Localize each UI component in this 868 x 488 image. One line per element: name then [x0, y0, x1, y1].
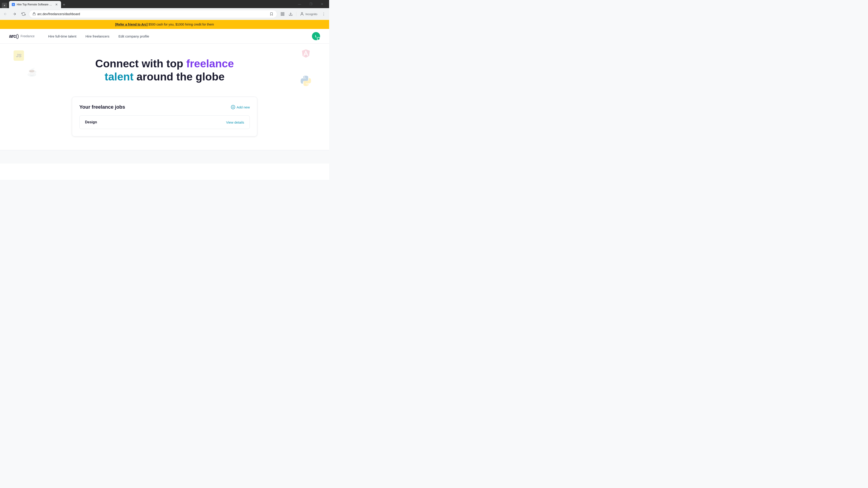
job-name: Design	[85, 120, 97, 124]
hero-title-part1: Connect with top	[95, 58, 186, 70]
jobs-header: Your freelance jobs Add new	[79, 104, 250, 110]
tab-list-button[interactable]: ▼	[2, 3, 7, 8]
user-initial: L	[315, 34, 317, 38]
nav-links: Hire full-time talent Hire freelancers E…	[48, 34, 312, 38]
svg-rect-4	[281, 14, 282, 15]
tab-title: Hire Top Remote Software Dev...	[17, 3, 53, 6]
jobs-section-title: Your freelance jobs	[79, 104, 125, 110]
java-tech-icon: ☕	[27, 66, 36, 78]
plus-circle-icon	[231, 105, 235, 109]
jobs-card: Your freelance jobs Add new Design View …	[72, 97, 257, 136]
incognito-label: Incognito	[305, 12, 317, 16]
reload-button[interactable]	[20, 10, 27, 18]
logo[interactable]: arc() Freelance	[9, 33, 35, 39]
new-tab-button[interactable]: +	[61, 2, 67, 8]
close-button[interactable]: ✕	[317, 0, 327, 8]
browser-chrome: ▼ A Hire Top Remote Software Dev... ✕ + …	[0, 0, 329, 20]
referral-link[interactable]: [Refer a friend to Arc]	[115, 23, 148, 26]
hero-section: JS ☕ Connect with top freelance talent a…	[0, 43, 329, 92]
view-details-button[interactable]: View details	[226, 121, 244, 124]
js-tech-icon: JS	[13, 51, 24, 61]
svg-rect-3	[283, 14, 284, 15]
bookmark-icon[interactable]	[270, 12, 273, 16]
more-button[interactable]: ⋮	[320, 10, 327, 18]
hero-title-accent2: talent	[105, 71, 133, 83]
svg-rect-1	[281, 12, 282, 13]
banner-text: $500 cash for you, $1000 hiring credit f…	[148, 23, 214, 26]
tab-close-button[interactable]: ✕	[55, 3, 58, 6]
navigation-bar: arc.dev/freelancers/dashboard	[0, 8, 329, 20]
hero-title-accent1: freelance	[186, 58, 234, 70]
python-tech-icon	[301, 76, 311, 88]
url-text: arc.dev/freelancers/dashboard	[37, 12, 268, 16]
svg-rect-2	[283, 12, 284, 13]
promo-banner: [Refer a friend to Arc] $500 cash for yo…	[0, 20, 329, 29]
page-content: [Refer a friend to Arc] $500 cash for yo…	[0, 20, 329, 180]
footer-area	[0, 150, 329, 164]
top-nav: arc() Freelance Hire full-time talent Hi…	[0, 29, 329, 43]
add-new-button[interactable]: Add new	[231, 105, 250, 109]
svg-text:☕: ☕	[27, 67, 36, 77]
logo-freelance: Freelance	[21, 34, 35, 38]
svg-point-5	[301, 12, 303, 14]
lock-icon	[33, 12, 35, 16]
nav-hire-freelancers[interactable]: Hire freelancers	[86, 34, 110, 38]
job-row: Design View details	[79, 116, 250, 129]
back-button[interactable]	[2, 10, 9, 18]
tab-bar: ▼ A Hire Top Remote Software Dev... ✕ + …	[0, 0, 329, 8]
nav-hire-fulltime[interactable]: Hire full-time talent	[48, 34, 76, 38]
jobs-section: Your freelance jobs Add new Design View …	[63, 97, 266, 145]
logo-arc: arc()	[9, 33, 19, 39]
address-bar[interactable]: arc.dev/freelancers/dashboard	[29, 10, 277, 18]
svg-rect-0	[33, 13, 35, 15]
active-tab[interactable]: A Hire Top Remote Software Dev... ✕	[9, 1, 61, 8]
angular-tech-icon	[301, 48, 311, 61]
add-new-label: Add new	[237, 105, 250, 109]
minimize-button[interactable]: —	[294, 0, 305, 8]
download-button[interactable]	[287, 10, 294, 18]
hero-title-part2: around the globe	[133, 71, 225, 83]
nav-edit-company[interactable]: Edit company profile	[119, 34, 149, 38]
browser-actions: Incognito ⋮	[279, 10, 327, 18]
tab-favicon: A	[12, 3, 15, 6]
hero-title: Connect with top freelance talent around…	[86, 57, 244, 83]
extensions-button[interactable]	[279, 10, 286, 18]
forward-button[interactable]	[11, 10, 18, 18]
incognito-button[interactable]: Incognito	[298, 11, 319, 17]
user-avatar[interactable]: L	[312, 32, 320, 40]
window-controls: — ❐ ✕	[294, 0, 327, 8]
maximize-button[interactable]: ❐	[306, 0, 316, 8]
